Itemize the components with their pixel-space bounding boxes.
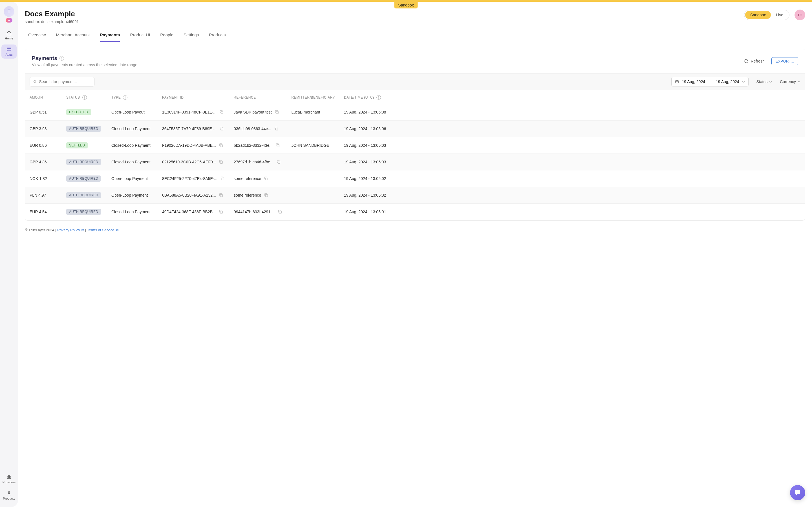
svg-rect-21 xyxy=(280,211,282,213)
cell-reference: 27697d1b-cb4d-4fbe... xyxy=(229,154,287,170)
copy-icon[interactable] xyxy=(219,193,223,198)
refresh-button[interactable]: Refresh xyxy=(744,59,765,63)
copy-icon[interactable] xyxy=(219,210,223,214)
user-avatar[interactable]: TH xyxy=(795,10,805,20)
table-row[interactable]: NOK 1.82AUTH REQUIREDOpen-Loop Payment8E… xyxy=(25,170,805,187)
svg-rect-11 xyxy=(276,128,278,130)
sidebar-item-home[interactable]: Home xyxy=(1,28,17,42)
tab-products[interactable]: Products xyxy=(209,29,225,42)
copy-icon[interactable] xyxy=(219,160,223,164)
table-row[interactable]: PLN 4.97AUTH REQUIREDOpen-Loop Payment6B… xyxy=(25,187,805,204)
sidebar-item-label: Products xyxy=(3,497,15,500)
refresh-icon xyxy=(744,59,749,63)
col-status: STATUSi xyxy=(62,90,107,104)
copy-icon[interactable] xyxy=(278,210,282,214)
org-avatar[interactable]: T xyxy=(4,6,14,17)
copy-icon[interactable] xyxy=(219,143,223,148)
tab-settings[interactable]: Settings xyxy=(184,29,199,42)
cell-status: AUTH REQUIRED xyxy=(62,187,107,204)
org-switcher[interactable] xyxy=(6,18,12,22)
sidebar-item-label: Home xyxy=(5,37,13,40)
env-live-button[interactable]: Live xyxy=(771,11,788,19)
cell-remitter xyxy=(287,187,339,204)
chat-widget[interactable] xyxy=(790,485,805,500)
search-input[interactable] xyxy=(39,79,91,84)
cell-datetime: 19 Aug, 2024 - 13:05:02 xyxy=(340,170,805,187)
sidebar-item-apps[interactable]: Apps xyxy=(1,45,17,59)
cell-amount: GBP 3.93 xyxy=(25,121,62,137)
svg-line-3 xyxy=(36,82,36,83)
copy-icon[interactable] xyxy=(275,143,280,148)
copy-icon[interactable] xyxy=(219,110,224,114)
cell-payment-id: 02125610-3C0B-42C6-AEF9... xyxy=(158,154,229,170)
export-button[interactable]: EXPORT... xyxy=(771,57,798,65)
status-badge: AUTH REQUIRED xyxy=(66,209,101,215)
sidebar-item-label: Apps xyxy=(5,53,12,56)
sidebar-item-providers[interactable]: Providers xyxy=(1,472,17,486)
col-amount: AMOUNT xyxy=(25,90,62,104)
info-icon[interactable]: i xyxy=(82,95,87,100)
copy-icon[interactable] xyxy=(264,193,268,198)
status-badge: AUTH REQUIRED xyxy=(66,126,101,132)
tab-product-ui[interactable]: Product UI xyxy=(130,29,150,42)
table-row[interactable]: GBP 0.51EXECUTEDOpen-Loop Payout1E30914F… xyxy=(25,104,805,121)
sidebar-item-products[interactable]: Products xyxy=(1,489,17,503)
copy-icon[interactable] xyxy=(219,126,224,131)
cell-payment-id: 1E30914F-3391-48CF-9E11-... xyxy=(158,104,229,121)
environment-toggle: Sandbox Live xyxy=(744,10,790,20)
cell-payment-id: 6BA588A5-8B28-4A91-A132... xyxy=(158,187,229,204)
col-reference: REFERENCE xyxy=(229,90,287,104)
tab-people[interactable]: People xyxy=(160,29,173,42)
svg-rect-13 xyxy=(277,145,279,147)
cell-reference: bb2ad1b2-3d32-43e... xyxy=(229,137,287,154)
cell-type: Closed-Loop Payment xyxy=(107,137,158,154)
cell-status: AUTH REQUIRED xyxy=(62,154,107,170)
cell-type: Open-Loop Payout xyxy=(107,104,158,121)
table-row[interactable]: EUR 0.86SETTLEDClosed-Loop PaymentF19026… xyxy=(25,137,805,154)
copyright: © TrueLayer 2024 xyxy=(25,228,54,232)
cell-remitter: JOHN SANDBRIDGE xyxy=(287,137,339,154)
copy-icon[interactable] xyxy=(264,176,268,181)
tab-merchant-account[interactable]: Merchant Account xyxy=(56,29,90,42)
cell-type: Open-Loop Payment xyxy=(107,187,158,204)
svg-rect-19 xyxy=(266,194,268,196)
copy-icon[interactable] xyxy=(276,160,281,164)
svg-point-2 xyxy=(34,80,36,82)
copy-icon[interactable] xyxy=(274,110,279,114)
sidebar-item-label: Providers xyxy=(3,481,15,484)
tab-bar: Overview Merchant Account Payments Produ… xyxy=(25,29,805,42)
chevron-down-icon xyxy=(8,19,10,22)
tab-payments[interactable]: Payments xyxy=(100,29,120,42)
copy-icon[interactable] xyxy=(220,176,225,181)
tab-overview[interactable]: Overview xyxy=(28,29,46,42)
cell-datetime: 19 Aug, 2024 - 13:05:08 xyxy=(340,104,805,121)
table-row[interactable]: GBP 3.93AUTH REQUIREDClosed-Loop Payment… xyxy=(25,121,805,137)
cell-status: AUTH REQUIRED xyxy=(62,170,107,187)
status-badge: SETTLED xyxy=(66,142,88,149)
col-payment-id: PAYMENT ID xyxy=(158,90,229,104)
privacy-link[interactable]: Privacy Policy ⧉ xyxy=(57,228,84,232)
terms-link[interactable]: Terms of Service ⧉ xyxy=(87,228,118,232)
help-icon[interactable]: ? xyxy=(376,95,381,100)
cell-reference: 036fcb98-0363-44e... xyxy=(229,121,287,137)
table-row[interactable]: GBP 4.36AUTH REQUIREDClosed-Loop Payment… xyxy=(25,154,805,170)
copy-icon[interactable] xyxy=(274,126,278,131)
home-icon xyxy=(6,31,11,36)
svg-rect-20 xyxy=(220,211,222,213)
chevron-down-icon xyxy=(769,80,772,83)
env-sandbox-button[interactable]: Sandbox xyxy=(745,11,771,19)
chevron-down-icon xyxy=(742,80,745,83)
cell-status: AUTH REQUIRED xyxy=(62,121,107,137)
status-badge: EXECUTED xyxy=(66,109,91,115)
status-filter[interactable]: Status xyxy=(756,79,772,84)
currency-filter[interactable]: Currency xyxy=(780,79,801,84)
help-icon[interactable]: ? xyxy=(59,56,64,61)
col-remitter: REMITTER/BENEFICIARY xyxy=(287,90,339,104)
cell-remitter xyxy=(287,204,339,220)
cell-amount: PLN 4.97 xyxy=(25,187,62,204)
info-icon[interactable]: i xyxy=(123,95,128,100)
cell-amount: NOK 1.82 xyxy=(25,170,62,187)
table-row[interactable]: EUR 4.54AUTH REQUIREDClosed-Loop Payment… xyxy=(25,204,805,220)
svg-rect-17 xyxy=(266,178,268,180)
date-range-selector[interactable]: 19 Aug, 2024 → 19 Aug, 2024 xyxy=(671,77,748,87)
